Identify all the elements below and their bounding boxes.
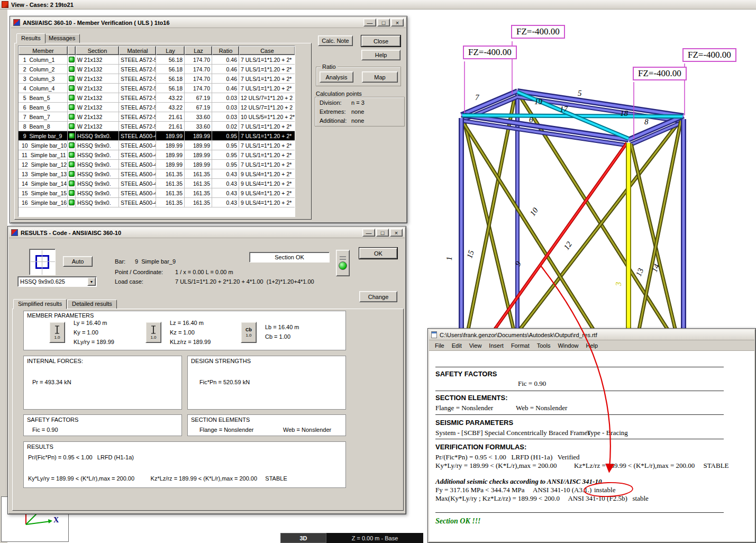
cell-section[interactable]: W 21x132 (76, 55, 119, 65)
cell-member[interactable]: 16 Simple bar_16 (19, 198, 68, 207)
cell-ratio[interactable]: 0.03 (212, 93, 239, 103)
cell-material[interactable]: STEEL A500-4 (119, 169, 156, 179)
cell-ratio[interactable]: 0.46 (212, 74, 239, 84)
cell-laz[interactable]: 189.99 (185, 141, 212, 150)
cell-laz[interactable]: 189.99 (185, 150, 212, 160)
cell-ratio[interactable]: 0.95 (212, 131, 239, 141)
cell-icon[interactable] (68, 150, 76, 160)
buckling-y-icon[interactable]: 1.0 (49, 322, 65, 343)
cell-case[interactable]: 10 ULS/5=1*1.20 + 2* (239, 112, 295, 122)
cell-section[interactable]: W 21x132 (76, 84, 119, 93)
cell-member[interactable]: 2 Column_2 (19, 65, 68, 74)
cell-case[interactable]: 7 ULS/1=1*1.20 + 2* (239, 84, 295, 93)
document-area[interactable]: SAFETY FACTORS Fic = 0.90 SECTION ELEMEN… (429, 351, 754, 541)
cell-icon[interactable] (68, 93, 76, 103)
member-table-row[interactable]: 16 Simple bar_16HSSQ 9x9x0.STEEL A500-41… (19, 198, 295, 207)
tab-results[interactable]: Results (16, 33, 45, 43)
calc-note-button[interactable]: Calc. Note (318, 35, 353, 46)
cell-section[interactable]: HSSQ 9x9x0. (76, 188, 119, 198)
cell-laz[interactable]: 161.35 (185, 179, 212, 188)
buckling-z-icon[interactable]: 1.0 (145, 322, 161, 343)
cell-laz[interactable]: 161.35 (185, 169, 212, 179)
cell-section[interactable]: HSSQ 9x9x0. (76, 141, 119, 150)
cell-section[interactable]: HSSQ 9x9x0. (76, 131, 119, 141)
cell-icon[interactable] (68, 103, 76, 112)
menu-window[interactable]: Window (554, 341, 582, 350)
menu-edit[interactable]: Edit (448, 341, 466, 350)
app-titlebar[interactable]: View - Cases: 2 19to21 (0, 0, 756, 10)
cell-member[interactable]: 7 Beam_7 (19, 112, 68, 122)
view-mode-button[interactable]: 3D (280, 533, 326, 543)
cell-ratio[interactable]: 0.46 (212, 55, 239, 65)
cell-member[interactable]: 9 Simple bar_9 (19, 131, 68, 141)
cell-case[interactable]: 12 ULS/7=1*1.20 + 2 (239, 103, 295, 112)
cell-material[interactable]: STEEL A572-5 (119, 112, 156, 122)
cell-lay[interactable]: 161.35 (156, 188, 185, 198)
cell-laz[interactable]: 67.19 (185, 103, 212, 112)
wordpad-titlebar[interactable]: C:\Users\frank.genzor\Documents\Autodesk… (429, 330, 754, 340)
maximize-icon[interactable]: □ (376, 229, 389, 237)
close-icon[interactable]: × (390, 229, 403, 237)
cell-ratio[interactable]: 0.95 (212, 150, 239, 160)
cell-member[interactable]: 12 Simple bar_12 (19, 160, 68, 169)
cell-material[interactable]: STEEL A500-4 (119, 160, 156, 169)
cell-case[interactable]: 7 ULS/1=1*1.20 + 2* (239, 150, 295, 160)
cell-laz[interactable]: 161.35 (185, 188, 212, 198)
cell-section[interactable]: HSSQ 9x9x0. (76, 169, 119, 179)
tab-detailed-results[interactable]: Detailed results (67, 300, 117, 309)
cell-case[interactable]: 9 ULS/4=1*1.20 + 2* (239, 198, 295, 207)
tab-messages[interactable]: Messages (44, 34, 80, 43)
header-lay[interactable]: Lay (156, 46, 185, 55)
member-table-row[interactable]: 7 Beam_7W 21x132STEEL A572-521.6133.600.… (19, 112, 295, 122)
maximize-icon[interactable]: □ (377, 19, 390, 26)
cell-laz[interactable]: 33.60 (185, 112, 212, 122)
cell-ratio[interactable]: 0.46 (212, 84, 239, 93)
cell-material[interactable]: STEEL A572-5 (119, 74, 156, 84)
cell-laz[interactable]: 174.70 (185, 74, 212, 84)
verification-dialog-titlebar[interactable]: ANSI/AISC 360-10 - Member Verification (… (11, 17, 406, 28)
cell-lay[interactable]: 189.99 (156, 160, 185, 169)
cell-lay[interactable]: 56.18 (156, 55, 185, 65)
cell-lay[interactable]: 161.35 (156, 198, 185, 207)
cell-icon[interactable] (68, 65, 76, 74)
cell-case[interactable]: 7 ULS/1=1*1.20 + 2* (239, 141, 295, 150)
menu-help[interactable]: Help (582, 341, 602, 350)
member-table-row[interactable]: 9 Simple bar_9HSSQ 9x9x0.STEEL A500-4189… (19, 131, 295, 141)
cell-material[interactable]: STEEL A572-5 (119, 93, 156, 103)
cell-lay[interactable]: 21.61 (156, 112, 185, 122)
member-table-row[interactable]: 15 Simple bar_15HSSQ 9x9x0.STEEL A500-41… (19, 188, 295, 198)
cell-icon[interactable] (68, 55, 76, 65)
cell-ratio[interactable]: 0.95 (212, 160, 239, 169)
cell-laz[interactable]: 33.60 (185, 122, 212, 131)
member-table-row[interactable]: 1 Column_1W 21x132STEEL A572-556.18174.7… (19, 55, 295, 65)
cell-section[interactable]: W 21x132 (76, 93, 119, 103)
cell-material[interactable]: STEEL A572-5 (119, 103, 156, 112)
cell-lay[interactable]: 161.35 (156, 179, 185, 188)
analysis-button[interactable]: Analysis (320, 71, 353, 83)
close-button[interactable]: Close (361, 35, 400, 47)
cell-material[interactable]: STEEL A500-4 (119, 141, 156, 150)
cell-icon[interactable] (68, 131, 76, 141)
header-ratio[interactable]: Ratio (212, 46, 239, 55)
cell-member[interactable]: 3 Column_3 (19, 74, 68, 84)
cell-lay[interactable]: 161.35 (156, 169, 185, 179)
cb-icon[interactable]: Cb 1.0 (241, 322, 257, 343)
member-table-row[interactable]: 10 Simple bar_10HSSQ 9x9x0.STEEL A500-41… (19, 141, 295, 150)
cell-lay[interactable]: 21.61 (156, 122, 185, 131)
cell-material[interactable]: STEEL A572-5 (119, 65, 156, 74)
help-button[interactable]: Help (361, 50, 400, 60)
cell-material[interactable]: STEEL A572-5 (119, 55, 156, 65)
cell-ratio[interactable]: 0.03 (212, 112, 239, 122)
cell-material[interactable]: STEEL A500-4 (119, 150, 156, 160)
cell-icon[interactable] (68, 141, 76, 150)
cell-lay[interactable]: 56.18 (156, 84, 185, 93)
cell-laz[interactable]: 174.70 (185, 84, 212, 93)
cell-lay[interactable]: 189.99 (156, 141, 185, 150)
cell-material[interactable]: STEEL A572-5 (119, 122, 156, 131)
cell-laz[interactable]: 174.70 (185, 65, 212, 74)
cell-laz[interactable]: 189.99 (185, 160, 212, 169)
cell-member[interactable]: 13 Simple bar_13 (19, 169, 68, 179)
cell-case[interactable]: 7 ULS/1=1*1.20 + 2* (239, 65, 295, 74)
cell-case[interactable]: 9 ULS/4=1*1.20 + 2* (239, 188, 295, 198)
member-table-row[interactable]: 2 Column_2W 21x132STEEL A572-556.18174.7… (19, 65, 295, 74)
